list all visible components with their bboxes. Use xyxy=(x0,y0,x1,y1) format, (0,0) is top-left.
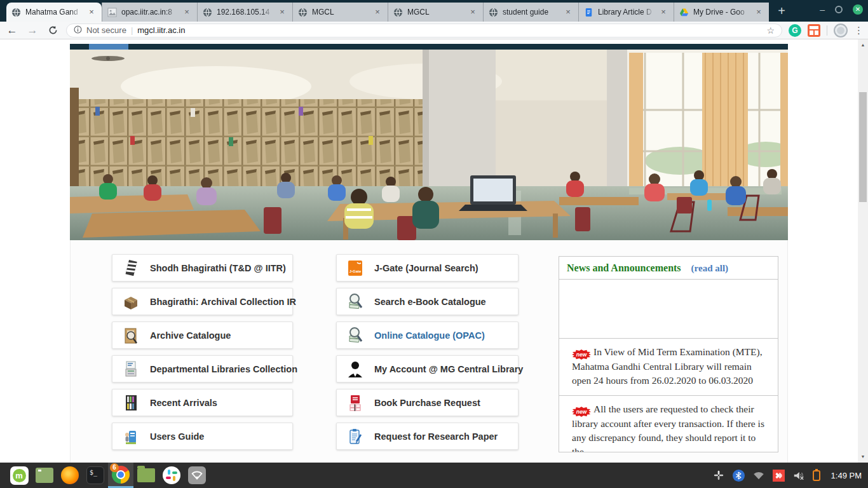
scroll-down-icon[interactable]: ▼ xyxy=(858,452,868,461)
link-departmental-libraries[interactable]: Departmental Libraries Collection xyxy=(112,355,293,383)
grammarly-extension-icon[interactable]: G xyxy=(789,24,801,37)
research-paper-icon xyxy=(348,428,364,445)
taskbar: m $_ 6 1:49 PM xyxy=(0,463,868,488)
info-icon[interactable] xyxy=(74,25,82,36)
tab-title: 192.168.105.14 xyxy=(217,8,273,17)
new-badge: new xyxy=(572,349,591,360)
volume-muted-icon[interactable] xyxy=(793,471,804,480)
tab-title: student guide xyxy=(503,8,559,17)
globe-favicon xyxy=(393,8,403,17)
system-tray: 1:49 PM xyxy=(713,470,862,482)
scroll-up-icon[interactable]: ▲ xyxy=(858,41,868,50)
new-tab-button[interactable]: + xyxy=(773,3,790,20)
page-scrollbar[interactable]: ▲ ▼ xyxy=(858,39,868,463)
link-label: Book Purchase Request xyxy=(374,398,480,408)
close-icon[interactable]: × xyxy=(468,7,478,17)
link-label: Shodh Bhagirathi (T&D @ IITR) xyxy=(150,263,286,273)
link-archive-catalogue[interactable]: Archive Catalogue xyxy=(112,322,293,349)
news-header: News and Announcements (read all) xyxy=(559,257,778,280)
browser-frame: Mahatma Gand × opac.iitr.ac.in:8 × 192.1… xyxy=(0,0,868,22)
window-close-button[interactable]: ✕ xyxy=(853,4,863,15)
tab-title: Library Article D xyxy=(598,8,654,17)
navbar-active-item[interactable] xyxy=(89,44,128,50)
browser-menu-icon[interactable]: ⋮ xyxy=(854,25,863,36)
link-label: J-Gate (Journal Search) xyxy=(374,263,478,273)
chrome-launcher[interactable]: 6 xyxy=(108,463,133,488)
link-users-guide[interactable]: Users Guide xyxy=(112,423,293,450)
wifi-analyzer-launcher[interactable] xyxy=(184,463,210,488)
back-icon[interactable]: ← xyxy=(5,24,19,37)
network-wifi-icon[interactable] xyxy=(753,471,764,480)
link-recent-arrivals[interactable]: Recent Arrivals xyxy=(112,389,293,416)
library-photo xyxy=(70,50,788,240)
tab-opac[interactable]: opac.iitr.ac.in:8 × xyxy=(102,3,197,22)
address-bar[interactable]: Not secure | mgcl.iitr.ac.in ☆ xyxy=(66,24,782,37)
my-account-icon xyxy=(348,360,364,378)
close-icon[interactable]: × xyxy=(372,7,383,17)
link-my-account[interactable]: My Account @ MG Central Library xyxy=(336,355,519,383)
slack-tray-icon[interactable] xyxy=(713,470,724,481)
link-label: Request for Research Paper xyxy=(374,431,498,442)
tab-student-guide[interactable]: student guide × xyxy=(483,3,578,22)
tab-title: opac.iitr.ac.in:8 xyxy=(121,8,177,17)
news-item: newIn View of Mid Term Examination (MTE)… xyxy=(559,339,778,396)
file-manager-launcher[interactable] xyxy=(133,463,159,488)
bookmark-star-icon[interactable]: ☆ xyxy=(766,25,775,36)
mint-menu-button[interactable]: m xyxy=(6,463,32,488)
tab-title: Mahatma Gand xyxy=(25,8,82,17)
reload-icon[interactable] xyxy=(46,24,60,37)
link-jgate[interactable]: J-Gate J-Gate (Journal Search) xyxy=(336,254,519,281)
page-container: Shodh Bhagirathi (T&D @ IITR) Bhagirathi… xyxy=(70,39,788,463)
links-column-left: Shodh Bhagirathi (T&D @ IITR) Bhagirathi… xyxy=(112,254,293,456)
profile-avatar[interactable] xyxy=(834,24,848,37)
link-opac[interactable]: Online Catalogue (OPAC) xyxy=(336,322,519,349)
departmental-libraries-icon xyxy=(123,360,140,378)
battery-icon[interactable] xyxy=(813,470,820,481)
news-item-text: All the users are requested to check the… xyxy=(572,403,764,452)
scrollbar-thumb[interactable] xyxy=(859,92,867,202)
tab-ip-address[interactable]: 192.168.105.14 × xyxy=(197,3,292,22)
tab-library-article[interactable]: Library Article D × xyxy=(578,3,674,22)
show-desktop-button[interactable] xyxy=(32,463,57,488)
link-book-purchase[interactable]: Book Purchase Request xyxy=(336,389,519,416)
site-navbar-bottom xyxy=(70,44,788,50)
firefox-launcher[interactable] xyxy=(57,463,83,488)
slack-launcher[interactable] xyxy=(159,463,184,488)
close-icon[interactable]: × xyxy=(658,7,668,17)
archival-collection-icon xyxy=(123,293,140,311)
close-icon[interactable]: × xyxy=(277,7,287,17)
tab-my-drive[interactable]: My Drive - Goo × xyxy=(674,3,769,22)
taskbar-clock[interactable]: 1:49 PM xyxy=(831,471,862,480)
book-purchase-icon xyxy=(348,394,364,412)
close-icon[interactable]: × xyxy=(86,7,97,17)
globe-favicon xyxy=(11,8,21,17)
tab-mahatma-gandhi[interactable]: Mahatma Gand × xyxy=(6,3,102,22)
firefox-icon xyxy=(61,466,79,484)
url-text[interactable]: mgcl.iitr.ac.in xyxy=(137,25,185,35)
close-icon[interactable]: × xyxy=(182,7,192,17)
tab-mgcl-1[interactable]: MGCL × xyxy=(292,3,388,22)
tab-mgcl-2[interactable]: MGCL × xyxy=(388,3,483,22)
news-panel: News and Announcements (read all) newIn … xyxy=(559,256,778,452)
search-ebook-icon xyxy=(348,293,364,311)
link-search-ebook[interactable]: Search e-Book Catalogue xyxy=(336,288,519,315)
table-extension-icon[interactable] xyxy=(808,24,820,37)
forward-icon[interactable]: → xyxy=(25,24,39,37)
tab-title: My Drive - Goo xyxy=(693,8,749,17)
globe-favicon xyxy=(298,8,308,17)
anydesk-icon[interactable] xyxy=(773,470,785,482)
bluetooth-icon[interactable] xyxy=(733,470,745,482)
read-all-link[interactable]: (read all) xyxy=(691,263,728,273)
link-archival-collection[interactable]: Bhagirathi: Archival Collection IR xyxy=(112,288,293,315)
tab-title: MGCL xyxy=(312,8,368,17)
terminal-launcher[interactable]: $_ xyxy=(83,463,108,488)
news-scroll-gap xyxy=(559,280,778,339)
close-icon[interactable]: × xyxy=(563,7,573,17)
globe-favicon xyxy=(203,8,212,17)
minimize-button[interactable]: – xyxy=(820,4,825,15)
link-research-paper[interactable]: Request for Research Paper xyxy=(336,423,519,450)
close-icon[interactable]: × xyxy=(754,7,764,17)
svg-text:J-Gate: J-Gate xyxy=(349,269,362,273)
maximize-button[interactable] xyxy=(835,6,843,13)
link-shodh-bhagirathi[interactable]: Shodh Bhagirathi (T&D @ IITR) xyxy=(112,254,293,281)
